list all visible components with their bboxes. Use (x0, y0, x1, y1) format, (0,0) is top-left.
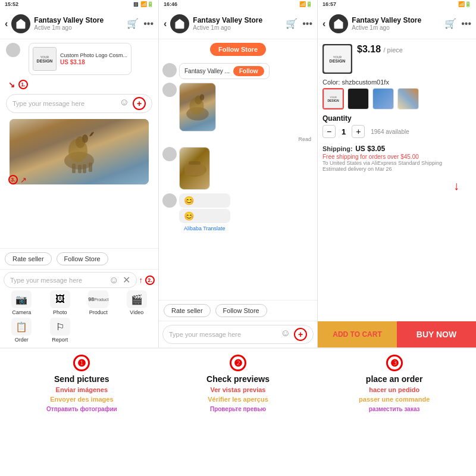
store-name-2: Fantasy Valley Store (193, 16, 286, 24)
horse-msg-row (162, 83, 314, 131)
msg-avatar-3 (162, 147, 177, 161)
icons-2: 📶🔋 (299, 1, 312, 7)
icons-1: ▨ 📶🔋 (133, 1, 154, 7)
cosmetic-msg-row (162, 147, 314, 190)
shipping-to: To United States via AliExpress Standard… (322, 160, 471, 166)
shop-icon-3[interactable]: 🛒 (444, 18, 456, 29)
panels-container: ‹ Fantasy Valley Store Active 1m ago 🛒 •… (0, 8, 476, 347)
back-arrow-1[interactable]: ‹ (5, 18, 8, 29)
number-annotation-1: 1. (18, 80, 28, 89)
product-icon: 98 Product (88, 290, 108, 308)
fv-avatar (162, 63, 177, 77)
product-price-area: $3.18 / piece (357, 44, 403, 55)
instruction-2: ❷ Check previews Ver vistas previas Véri… (161, 355, 315, 466)
quantity-section: Quantity − 1 + 1964 available (322, 114, 471, 138)
swatch-blue[interactable] (372, 88, 394, 109)
store-status-3: Active 1m ago (352, 24, 444, 31)
emoji-icon-1[interactable]: ☺ (120, 97, 129, 110)
fantasy-valley-row: Fantasy Valley ... Follow (162, 63, 314, 79)
instr-ru-3: разместить заказ (369, 405, 420, 413)
time-2: 16:46 (164, 1, 177, 7)
product-main-price: $3.18 (357, 44, 381, 54)
panel1-input-area-2: Type your message here ☺ ✕ ↑ 2. 📷 Camera… (0, 269, 158, 347)
message-input-1: Type your message here ☺ + (6, 94, 152, 113)
shipping-eta: Estimated delivery on Mar 26 (322, 166, 471, 172)
msg-avatar-4 (162, 193, 177, 208)
panel2-action-buttons: Rate seller Follow Store (159, 300, 317, 321)
emoji-icon-2[interactable]: ☺ (109, 275, 118, 286)
panel3-content: YOUR DESIGN $3.18 / piece Color: shzbcus… (318, 39, 476, 321)
panel2-input-placeholder[interactable]: Type your message here (169, 331, 277, 338)
instr-es-1: Enviar imágenes (56, 386, 108, 394)
instr-es-3: hacer un pedido (369, 386, 419, 394)
rate-seller-btn-2[interactable]: Rate seller (164, 304, 211, 317)
qty-plus-btn[interactable]: + (352, 125, 365, 138)
translate-btn[interactable]: Alibaba Translate (179, 224, 230, 233)
add-to-cart-btn[interactable]: ADD TO CART (318, 321, 397, 347)
camera-item[interactable]: 📷 Camera (4, 290, 40, 315)
plus-button-p2[interactable]: + (294, 328, 307, 341)
photo-label: Photo (53, 309, 67, 315)
store-info-2: Fantasy Valley Store Active 1m ago (193, 16, 286, 31)
report-item[interactable]: ⚐ Report (42, 318, 79, 343)
status-bar-1: 15:52 ▨ 📶🔋 (0, 0, 159, 8)
product-thumbnail-1: YOUR DESIGN (33, 47, 57, 71)
panel-3: ‹ Fantasy Valley Store Active 1m ago 🛒 •… (318, 8, 476, 347)
input-placeholder-1[interactable]: Type your message here (12, 100, 116, 107)
plus-button-1[interactable]: + (133, 97, 146, 110)
product-item[interactable]: 98 Product Product (80, 290, 117, 315)
shop-icon-2[interactable]: 🛒 (286, 18, 298, 29)
time-3: 16:57 (322, 1, 336, 7)
more-icon-2[interactable]: ••• (302, 18, 312, 29)
follow-store-btn-1[interactable]: Follow Store (57, 252, 108, 265)
instr-fr-2: Vérifier les aperçus (208, 395, 268, 403)
panel2-header: ‹ Fantasy Valley Store Active 1m ago 🛒 •… (159, 8, 317, 39)
follow-store-top-btn[interactable]: Follow Store (210, 43, 266, 56)
follow-store-btn-2[interactable]: Follow Store (215, 304, 267, 317)
horse-image-1 (10, 119, 149, 184)
horse-card-img (180, 83, 215, 131)
shop-icon-1[interactable]: 🛒 (127, 18, 139, 29)
rate-seller-btn-1[interactable]: Rate seller (5, 252, 52, 265)
back-arrow-2[interactable]: ‹ (164, 18, 167, 29)
instr-num-3: ❸ (386, 355, 403, 371)
status-bars: 15:52 ▨ 📶🔋 16:46 📶🔋 16:57 📶🔋 (0, 0, 476, 8)
input-icons-1: ☺ + (120, 97, 146, 110)
icons-3: 📶🔋 (458, 1, 471, 7)
store-avatar-3 (329, 14, 348, 33)
photo-item[interactable]: 🖼 Photo (42, 290, 79, 315)
swatch-design[interactable]: YOUR DESIGN (322, 88, 344, 109)
swatch-black[interactable] (347, 88, 369, 109)
store-avatar-2 (170, 14, 189, 33)
back-arrow-3[interactable]: ‹ (322, 18, 325, 29)
order-item[interactable]: 📋 Order (4, 318, 40, 343)
svg-rect-9 (89, 162, 92, 172)
swatch-design-img: YOUR DESIGN (324, 89, 343, 108)
video-icon: 🎬 (127, 290, 147, 308)
product-title-1: Custom Photo Logo Cosm... (60, 52, 127, 59)
instruction-1: ❶ Send pictures Enviar imágenes Envoyer … (5, 355, 159, 466)
product-main-row: YOUR DESIGN $3.18 / piece (322, 44, 471, 74)
swatch-multi[interactable] (397, 88, 419, 109)
follow-btn[interactable]: Follow (233, 66, 264, 76)
more-icon-1[interactable]: ••• (143, 18, 154, 29)
panel1-header: ‹ Fantasy Valley Store Active 1m ago 🛒 •… (0, 8, 158, 39)
instr-ru-2: Проверьте превью (210, 405, 266, 413)
arrow-annotation-2: ↑ (139, 275, 143, 284)
store-avatar-1 (11, 14, 30, 33)
panel-2: ‹ Fantasy Valley Store Active 1m ago 🛒 •… (159, 8, 318, 347)
close-icon-input[interactable]: ✕ (123, 274, 130, 286)
instr-en-2: Check previews (206, 374, 270, 384)
panel1-chat: YOUR DESIGN Custom Photo Logo Cosm... US… (0, 39, 158, 248)
qty-minus-btn[interactable]: − (322, 125, 336, 138)
buy-now-btn[interactable]: BUY NOW (397, 321, 476, 347)
more-icon-3[interactable]: ••• (461, 18, 471, 29)
svg-rect-8 (83, 164, 86, 173)
panel2-input-icons: ☺ + (281, 328, 307, 341)
input-placeholder-2[interactable]: Type your message here (10, 277, 105, 284)
emoji-icon-p2[interactable]: ☺ (281, 328, 290, 341)
instr-fr-3: passer une commande (359, 395, 430, 403)
video-item[interactable]: 🎬 Video (119, 290, 155, 315)
arrow-annotation-1: ↘ (8, 80, 15, 89)
message-input-2: Type your message here ☺ ✕ (4, 272, 137, 288)
